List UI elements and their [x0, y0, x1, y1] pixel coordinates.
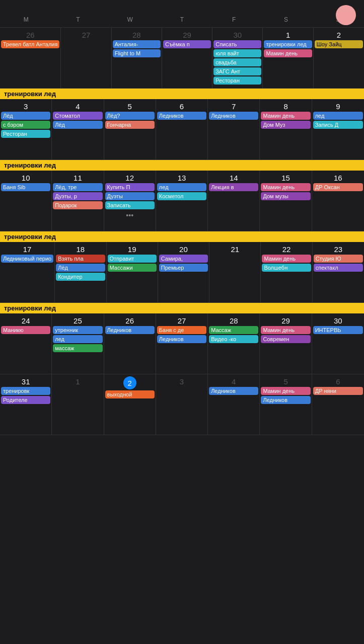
event-item[interactable]: Тревел батл Анталия: [1, 40, 59, 48]
event-item[interactable]: ЗАГС Ант: [213, 67, 261, 75]
day-cell[interactable]: 9ледЗапись Д: [312, 99, 364, 159]
event-item[interactable]: Стоматол: [53, 112, 102, 120]
event-item[interactable]: выходной: [105, 390, 155, 398]
day-cell[interactable]: 8Мамин деньДом Муз: [260, 99, 312, 159]
day-cell[interactable]: 30Списатьюля вайтсвадьбаЗАГС АнтРесторан: [212, 28, 263, 88]
event-item[interactable]: Шоу Зайц: [315, 40, 363, 48]
day-cell[interactable]: 21: [209, 242, 261, 302]
event-item[interactable]: Самира,: [159, 255, 208, 263]
event-item[interactable]: тренировк: [1, 387, 50, 395]
event-item[interactable]: Видео -ко: [209, 335, 258, 343]
event-item[interactable]: Ледников: [261, 396, 310, 404]
day-cell[interactable]: 7Ледников: [208, 99, 260, 159]
event-item[interactable]: ИНТЕРВЬ: [313, 326, 363, 334]
day-cell[interactable]: 23Студия Юспектакл: [313, 242, 364, 302]
event-item[interactable]: Записать: [105, 201, 155, 209]
day-cell[interactable]: 4Ледников: [208, 374, 260, 435]
event-item[interactable]: Взять пла: [56, 255, 105, 263]
event-item[interactable]: Современ: [261, 335, 310, 343]
event-item[interactable]: Дом музы: [261, 192, 310, 200]
event-item[interactable]: Купить П: [105, 183, 155, 191]
day-cell[interactable]: 4СтоматолЛёд: [52, 99, 104, 159]
day-cell[interactable]: 31тренировкРодителе: [0, 374, 52, 435]
event-item[interactable]: Ледников: [105, 326, 155, 334]
avatar[interactable]: [336, 5, 356, 25]
event-item[interactable]: Анталия-: [113, 40, 161, 48]
day-cell[interactable]: 2Шоу Зайц: [314, 28, 364, 88]
event-item[interactable]: Мамин день: [261, 112, 310, 120]
day-cell[interactable]: 3: [156, 374, 208, 435]
event-item[interactable]: Дом Муз: [261, 121, 310, 129]
event-item[interactable]: лед: [157, 183, 206, 191]
event-item[interactable]: Премьер: [159, 264, 208, 272]
event-item[interactable]: массаж: [53, 344, 102, 352]
event-item[interactable]: Отправит: [108, 255, 157, 263]
event-item[interactable]: Запись Д: [313, 121, 363, 129]
event-item[interactable]: Дуэты: [105, 192, 155, 200]
event-item[interactable]: Студия Ю: [314, 255, 363, 263]
event-item[interactable]: тренировки лед: [264, 40, 312, 48]
day-cell[interactable]: 17Ледниковый перио: [0, 242, 55, 302]
event-item[interactable]: Лекция в: [209, 183, 258, 191]
day-cell[interactable]: 5Мамин деньЛедников: [260, 374, 312, 435]
event-item[interactable]: Ледников: [209, 387, 258, 395]
event-item[interactable]: Ресторан: [1, 130, 50, 138]
day-cell[interactable]: 18Взять плаЛёдКондитер: [55, 242, 106, 302]
day-cell[interactable]: 22Мамин деньВолшебн: [261, 242, 312, 302]
day-cell[interactable]: 25утренникледмассаж: [52, 313, 104, 374]
event-item[interactable]: Ледников: [157, 112, 206, 120]
event-item[interactable]: Ледников: [157, 335, 206, 343]
event-item[interactable]: Подарок: [53, 201, 102, 209]
day-cell[interactable]: 16ДР Оксан: [312, 171, 364, 231]
day-cell[interactable]: 15Мамин деньДом музы: [260, 171, 312, 231]
event-item[interactable]: свадьба: [213, 58, 261, 66]
day-cell[interactable]: 20Самира,Премьер: [158, 242, 209, 302]
event-item[interactable]: спектакл: [314, 264, 363, 272]
event-item[interactable]: Flight to M: [113, 49, 161, 57]
event-item[interactable]: Мамин день: [261, 326, 310, 334]
event-item[interactable]: ДР няни: [313, 387, 363, 395]
event-item[interactable]: Лёд: [53, 121, 102, 129]
event-item[interactable]: Лёд?: [105, 112, 155, 120]
event-item[interactable]: Съёмка п: [163, 40, 211, 48]
day-cell[interactable]: 14Лекция в: [208, 171, 260, 231]
event-item[interactable]: Массажи: [108, 264, 157, 272]
day-cell[interactable]: 28Анталия-Flight to M: [112, 28, 162, 88]
event-item[interactable]: Лёд: [1, 112, 50, 120]
day-cell[interactable]: 1тренировки ледМамин день: [263, 28, 313, 88]
event-item[interactable]: Мамин день: [262, 255, 311, 263]
event-item[interactable]: Лёд, тре: [53, 183, 102, 191]
day-cell[interactable]: 27Баня с деЛедников: [156, 313, 208, 374]
event-item[interactable]: Косметол: [157, 192, 206, 200]
day-cell[interactable]: 6ДР няни: [312, 374, 364, 435]
day-cell[interactable]: 10Баня Sib: [0, 171, 52, 231]
event-item[interactable]: Дуэты, р: [53, 192, 102, 200]
day-cell[interactable]: 5Лёд?Гончарна: [104, 99, 156, 159]
day-cell[interactable]: 3Лёдс бэромРесторан: [0, 99, 52, 159]
event-item[interactable]: Мамин день: [261, 183, 310, 191]
event-item[interactable]: Баня Sib: [1, 183, 50, 191]
day-cell[interactable]: 24Маникю: [0, 313, 52, 374]
event-item[interactable]: Мамин день: [261, 387, 310, 395]
event-item[interactable]: Кондитер: [56, 273, 105, 281]
day-cell[interactable]: 13ледКосметол: [156, 171, 208, 231]
day-cell[interactable]: 1: [52, 374, 104, 435]
day-cell[interactable]: 11Лёд, треДуэты, рПодарок: [52, 171, 104, 231]
event-item[interactable]: Волшебн: [262, 264, 311, 272]
day-cell[interactable]: 29Съёмка п: [162, 28, 212, 88]
event-item[interactable]: лед: [53, 335, 102, 343]
event-item[interactable]: Баня с де: [157, 326, 206, 334]
event-item[interactable]: Мамин день: [264, 49, 312, 57]
day-cell[interactable]: 6Ледников: [156, 99, 208, 159]
event-item[interactable]: Ледниковый перио: [1, 255, 53, 263]
event-item[interactable]: юля вайт: [213, 49, 261, 57]
event-item[interactable]: Родителе: [1, 396, 50, 404]
day-cell[interactable]: 30ИНТЕРВЬ: [312, 313, 364, 374]
day-cell[interactable]: 2выходной: [104, 374, 156, 435]
event-item[interactable]: Массаж: [209, 326, 258, 334]
event-item[interactable]: Списать: [213, 40, 261, 48]
event-item[interactable]: с бэром: [1, 121, 50, 129]
event-item[interactable]: Лёд: [56, 264, 105, 272]
event-item[interactable]: Маникю: [1, 326, 50, 334]
event-item[interactable]: Ресторан: [213, 76, 261, 85]
